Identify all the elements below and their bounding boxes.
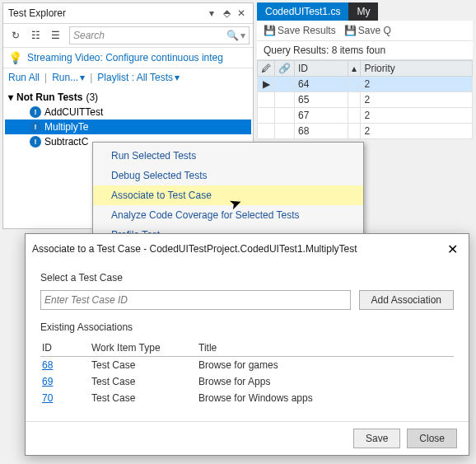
col-link[interactable]: 🖉 — [258, 61, 275, 77]
dropdown-icon[interactable]: ▾ — [205, 7, 218, 20]
status-icon: ! — [30, 106, 41, 118]
table-row[interactable]: 69Test CaseBrowse for Apps — [40, 373, 454, 390]
dialog-footer: Save Close — [26, 421, 469, 455]
close-icon[interactable]: ✕ — [442, 239, 462, 259]
save-icon: 💾 — [264, 25, 276, 36]
dialog-titlebar: Associate to a Test Case - CodedUITestPr… — [26, 234, 469, 264]
run-all-button[interactable]: Run All — [8, 72, 40, 83]
tree-group[interactable]: ▾ Not Run Tests (3) — [5, 90, 251, 105]
table-row[interactable]: 682 — [258, 124, 473, 139]
tab-my[interactable]: My — [348, 2, 378, 21]
close-button[interactable]: Close — [407, 429, 457, 448]
query-results-line: Query Results: 8 items foun — [257, 41, 473, 60]
group-label: Not Run Tests — [16, 91, 82, 103]
table-row[interactable]: 672 — [258, 108, 473, 124]
col-id[interactable]: ID — [295, 61, 348, 77]
info-bar[interactable]: 💡 Streaming Video: Configure continuous … — [3, 48, 253, 68]
dialog-title: Associate to a Test Case - CodedUITestPr… — [32, 243, 442, 255]
associate-dialog: Associate to a Test Case - CodedUITestPr… — [25, 233, 469, 456]
assoc-title: Browse for Windows apps — [197, 390, 454, 406]
table-row[interactable]: 68Test CaseBrowse for games — [40, 357, 454, 374]
context-menu-item[interactable]: Run Selected Tests — [93, 146, 363, 166]
expand-icon[interactable]: ▾ — [8, 91, 13, 103]
status-icon: ! — [30, 136, 41, 148]
table-row[interactable]: ▶642 — [258, 77, 473, 92]
pin-icon[interactable]: ⬘ — [220, 7, 233, 20]
context-menu-item[interactable]: Debug Selected Tests — [93, 166, 363, 185]
document-panel: CodedUITest1.cs My 💾Save Results 💾Save Q… — [257, 2, 473, 139]
cell-id: 65 — [295, 92, 348, 108]
cell-priority: 2 — [361, 92, 473, 108]
tree-item-label: AddCUITTest — [44, 106, 103, 118]
doc-toolbar: 💾Save Results 💾Save Q — [257, 21, 473, 41]
col-title[interactable]: Title — [197, 340, 454, 357]
select-label: Select a Test Case — [40, 272, 454, 284]
assoc-type: Test Case — [90, 357, 197, 374]
table-row[interactable]: 70Test CaseBrowse for Windows apps — [40, 390, 454, 406]
cell-priority: 2 — [361, 108, 473, 124]
test-case-id-input[interactable] — [40, 290, 351, 310]
run-bar: Run All | Run... ▾ | Playlist : All Test… — [3, 68, 253, 87]
save-icon: 💾 — [344, 25, 357, 36]
tree-item[interactable]: !AddCUITTest — [5, 105, 251, 120]
search-icon[interactable]: 🔍 — [226, 30, 239, 41]
panel-titlebar: Test Explorer ▾ ⬘ ✕ — [3, 3, 253, 24]
tree-item-label: SubtractC — [44, 136, 88, 148]
save-results-button[interactable]: 💾Save Results — [264, 25, 336, 36]
existing-label: Existing Associations — [40, 321, 454, 333]
cell-id: 68 — [295, 124, 348, 139]
playlist-button[interactable]: Playlist : All Tests ▾ — [97, 72, 180, 83]
search-field[interactable]: 🔍 ▾ — [69, 26, 250, 45]
save-button[interactable]: Save — [353, 429, 400, 448]
run-button[interactable]: Run... ▾ — [52, 72, 85, 83]
results-grid[interactable]: 🖉 🔗 ID ▴ Priority ▶642652672682 — [257, 60, 473, 139]
status-icon: ! — [30, 121, 41, 133]
cell-priority: 2 — [361, 77, 473, 92]
col-link2[interactable]: 🔗 — [275, 61, 295, 77]
group-icon[interactable]: ☷ — [26, 26, 44, 45]
table-row[interactable]: 652 — [258, 92, 473, 108]
refresh-icon[interactable]: ↻ — [7, 26, 25, 45]
context-menu-item[interactable]: Analyze Code Coverage for Selected Tests — [93, 205, 363, 225]
col-priority[interactable]: Priority — [361, 61, 473, 77]
tree-item-label: MultiplyTe — [44, 121, 88, 133]
assoc-type: Test Case — [90, 390, 197, 406]
test-explorer-toolbar: ↻ ☷ ☰ 🔍 ▾ — [3, 24, 253, 48]
info-bar-text: Streaming Video: Configure continuous in… — [27, 52, 223, 63]
assoc-id-link[interactable]: 68 — [42, 359, 53, 371]
cell-id: 67 — [295, 108, 348, 124]
tree-item[interactable]: !MultiplyTe — [5, 120, 251, 134]
cell-id: 64 — [295, 77, 348, 92]
assoc-type: Test Case — [90, 373, 197, 390]
col-type[interactable]: Work Item Type — [90, 340, 197, 357]
panel-title: Test Explorer — [8, 7, 205, 19]
tab-strip: CodedUITest1.cs My — [257, 2, 473, 21]
search-input[interactable] — [73, 30, 226, 41]
cell-priority: 2 — [361, 124, 473, 139]
context-menu-item[interactable]: Associate to Test Case — [93, 185, 363, 205]
close-panel-icon[interactable]: ✕ — [235, 7, 248, 20]
col-id[interactable]: ID — [40, 340, 90, 357]
assoc-id-link[interactable]: 70 — [42, 392, 53, 404]
add-association-button[interactable]: Add Association — [359, 290, 454, 310]
assoc-id-link[interactable]: 69 — [42, 376, 53, 387]
assoc-title: Browse for games — [197, 357, 454, 374]
tab-codeduitest[interactable]: CodedUITest1.cs — [257, 2, 348, 21]
group-count: (3) — [86, 91, 98, 103]
assoc-title: Browse for Apps — [197, 373, 454, 390]
bulb-icon: 💡 — [8, 51, 22, 64]
associations-table: ID Work Item Type Title 68Test CaseBrows… — [40, 340, 454, 406]
filter-icon[interactable]: ☰ — [46, 26, 64, 45]
save-q-button[interactable]: 💾Save Q — [344, 25, 391, 36]
sort-icon[interactable]: ▴ — [348, 61, 361, 77]
search-dropdown-icon[interactable]: ▾ — [240, 30, 245, 41]
